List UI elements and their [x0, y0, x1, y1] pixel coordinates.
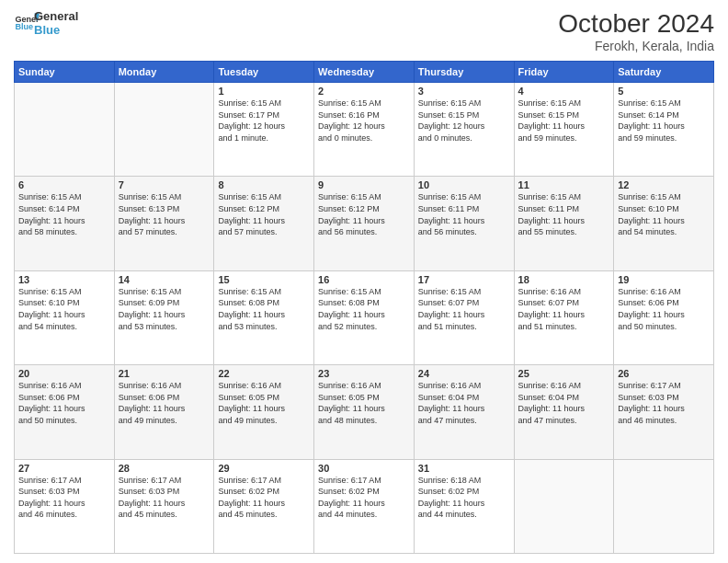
table-row: 12Sunrise: 6:15 AM Sunset: 6:10 PM Dayli…	[614, 177, 714, 270]
day-number: 20	[18, 368, 110, 379]
day-number: 1	[218, 86, 310, 97]
day-info: Sunrise: 6:15 AM Sunset: 6:09 PM Dayligh…	[119, 286, 210, 332]
table-row: 26Sunrise: 6:17 AM Sunset: 6:03 PM Dayli…	[614, 365, 714, 459]
table-row	[614, 459, 714, 553]
table-row: 25Sunrise: 6:16 AM Sunset: 6:04 PM Dayli…	[514, 365, 614, 459]
day-number: 27	[18, 463, 110, 474]
day-number: 5	[618, 86, 710, 97]
title-block: October 2024 Ferokh, Kerala, India	[558, 9, 714, 53]
day-info: Sunrise: 6:17 AM Sunset: 6:03 PM Dayligh…	[618, 380, 710, 426]
calendar-week-row: 27Sunrise: 6:17 AM Sunset: 6:03 PM Dayli…	[15, 459, 714, 553]
col-saturday: Saturday	[614, 62, 714, 83]
day-number: 15	[218, 274, 310, 285]
table-row: 19Sunrise: 6:16 AM Sunset: 6:06 PM Dayli…	[614, 270, 714, 364]
table-row: 23Sunrise: 6:16 AM Sunset: 6:05 PM Dayli…	[314, 365, 415, 459]
table-row: 29Sunrise: 6:17 AM Sunset: 6:02 PM Dayli…	[214, 459, 314, 553]
calendar-week-row: 1Sunrise: 6:15 AM Sunset: 6:17 PM Daylig…	[15, 83, 714, 177]
day-number: 10	[418, 179, 510, 190]
day-info: Sunrise: 6:16 AM Sunset: 6:05 PM Dayligh…	[218, 380, 310, 426]
day-number: 8	[218, 179, 310, 190]
day-number: 6	[18, 179, 110, 190]
day-number: 30	[318, 463, 410, 474]
day-number: 24	[418, 368, 510, 379]
header: General Blue General Blue October 2024 F…	[14, 9, 714, 53]
table-row: 16Sunrise: 6:15 AM Sunset: 6:08 PM Dayli…	[314, 270, 415, 364]
table-row: 22Sunrise: 6:16 AM Sunset: 6:05 PM Dayli…	[214, 365, 314, 459]
logo-general: General	[34, 9, 78, 23]
day-info: Sunrise: 6:15 AM Sunset: 6:16 PM Dayligh…	[318, 98, 410, 144]
table-row: 5Sunrise: 6:15 AM Sunset: 6:14 PM Daylig…	[614, 83, 714, 177]
day-info: Sunrise: 6:15 AM Sunset: 6:15 PM Dayligh…	[418, 98, 510, 144]
day-number: 2	[318, 86, 410, 97]
table-row: 31Sunrise: 6:18 AM Sunset: 6:02 PM Dayli…	[414, 459, 514, 553]
day-number: 13	[18, 274, 110, 285]
main-title: October 2024	[558, 9, 714, 39]
day-info: Sunrise: 6:16 AM Sunset: 6:06 PM Dayligh…	[18, 380, 110, 426]
day-number: 11	[518, 179, 610, 190]
table-row: 18Sunrise: 6:16 AM Sunset: 6:07 PM Dayli…	[514, 270, 614, 364]
table-row	[15, 83, 115, 177]
table-row: 14Sunrise: 6:15 AM Sunset: 6:09 PM Dayli…	[114, 270, 214, 364]
day-number: 16	[318, 274, 410, 285]
day-info: Sunrise: 6:15 AM Sunset: 6:17 PM Dayligh…	[218, 98, 310, 144]
logo-blue: Blue	[34, 23, 78, 37]
day-number: 21	[119, 368, 210, 379]
day-number: 3	[418, 86, 510, 97]
day-info: Sunrise: 6:15 AM Sunset: 6:12 PM Dayligh…	[218, 191, 310, 237]
day-number: 29	[218, 463, 310, 474]
day-number: 23	[318, 368, 410, 379]
day-number: 19	[618, 274, 710, 285]
table-row: 11Sunrise: 6:15 AM Sunset: 6:11 PM Dayli…	[514, 177, 614, 270]
day-info: Sunrise: 6:16 AM Sunset: 6:04 PM Dayligh…	[518, 380, 610, 426]
table-row: 15Sunrise: 6:15 AM Sunset: 6:08 PM Dayli…	[214, 270, 314, 364]
table-row: 6Sunrise: 6:15 AM Sunset: 6:14 PM Daylig…	[15, 177, 115, 270]
calendar-week-row: 6Sunrise: 6:15 AM Sunset: 6:14 PM Daylig…	[15, 177, 714, 270]
table-row: 17Sunrise: 6:15 AM Sunset: 6:07 PM Dayli…	[414, 270, 514, 364]
day-info: Sunrise: 6:18 AM Sunset: 6:02 PM Dayligh…	[418, 475, 510, 521]
calendar-week-row: 13Sunrise: 6:15 AM Sunset: 6:10 PM Dayli…	[15, 270, 714, 364]
day-info: Sunrise: 6:17 AM Sunset: 6:03 PM Dayligh…	[18, 475, 110, 521]
day-info: Sunrise: 6:15 AM Sunset: 6:12 PM Dayligh…	[318, 191, 410, 237]
day-info: Sunrise: 6:15 AM Sunset: 6:10 PM Dayligh…	[618, 191, 710, 237]
col-sunday: Sunday	[15, 62, 115, 83]
day-number: 12	[618, 179, 710, 190]
calendar-week-row: 20Sunrise: 6:16 AM Sunset: 6:06 PM Dayli…	[15, 365, 714, 459]
day-number: 28	[119, 463, 210, 474]
svg-text:Blue: Blue	[15, 22, 33, 31]
day-number: 9	[318, 179, 410, 190]
col-monday: Monday	[114, 62, 214, 83]
subtitle: Ferokh, Kerala, India	[558, 39, 714, 53]
table-row: 27Sunrise: 6:17 AM Sunset: 6:03 PM Dayli…	[15, 459, 115, 553]
day-info: Sunrise: 6:16 AM Sunset: 6:07 PM Dayligh…	[518, 286, 610, 332]
col-friday: Friday	[514, 62, 614, 83]
table-row: 4Sunrise: 6:15 AM Sunset: 6:15 PM Daylig…	[514, 83, 614, 177]
day-info: Sunrise: 6:15 AM Sunset: 6:14 PM Dayligh…	[618, 98, 710, 144]
day-number: 4	[518, 86, 610, 97]
table-row: 3Sunrise: 6:15 AM Sunset: 6:15 PM Daylig…	[414, 83, 514, 177]
table-row: 1Sunrise: 6:15 AM Sunset: 6:17 PM Daylig…	[214, 83, 314, 177]
day-info: Sunrise: 6:17 AM Sunset: 6:02 PM Dayligh…	[318, 475, 410, 521]
day-number: 26	[618, 368, 710, 379]
day-info: Sunrise: 6:15 AM Sunset: 6:08 PM Dayligh…	[318, 286, 410, 332]
table-row: 30Sunrise: 6:17 AM Sunset: 6:02 PM Dayli…	[314, 459, 415, 553]
day-info: Sunrise: 6:16 AM Sunset: 6:04 PM Dayligh…	[418, 380, 510, 426]
table-row	[514, 459, 614, 553]
table-row: 24Sunrise: 6:16 AM Sunset: 6:04 PM Dayli…	[414, 365, 514, 459]
day-info: Sunrise: 6:15 AM Sunset: 6:11 PM Dayligh…	[418, 191, 510, 237]
day-info: Sunrise: 6:16 AM Sunset: 6:06 PM Dayligh…	[618, 286, 710, 332]
day-number: 7	[119, 179, 210, 190]
table-row: 9Sunrise: 6:15 AM Sunset: 6:12 PM Daylig…	[314, 177, 415, 270]
day-number: 31	[418, 463, 510, 474]
day-info: Sunrise: 6:17 AM Sunset: 6:03 PM Dayligh…	[119, 475, 210, 521]
day-number: 18	[518, 274, 610, 285]
table-row: 2Sunrise: 6:15 AM Sunset: 6:16 PM Daylig…	[314, 83, 415, 177]
table-row: 20Sunrise: 6:16 AM Sunset: 6:06 PM Dayli…	[15, 365, 115, 459]
day-info: Sunrise: 6:17 AM Sunset: 6:02 PM Dayligh…	[218, 475, 310, 521]
day-number: 14	[119, 274, 210, 285]
day-number: 25	[518, 368, 610, 379]
day-info: Sunrise: 6:15 AM Sunset: 6:11 PM Dayligh…	[518, 191, 610, 237]
day-info: Sunrise: 6:15 AM Sunset: 6:14 PM Dayligh…	[18, 191, 110, 237]
calendar-table: Sunday Monday Tuesday Wednesday Thursday…	[14, 61, 714, 554]
table-row: 10Sunrise: 6:15 AM Sunset: 6:11 PM Dayli…	[414, 177, 514, 270]
table-row: 28Sunrise: 6:17 AM Sunset: 6:03 PM Dayli…	[114, 459, 214, 553]
